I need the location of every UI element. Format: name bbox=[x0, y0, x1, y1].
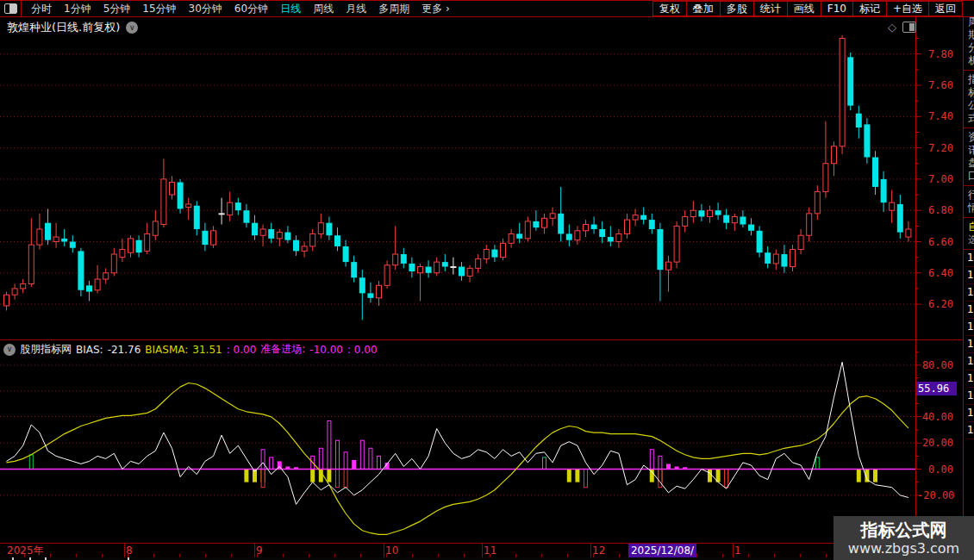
time-label-12: 12 bbox=[592, 544, 605, 557]
month-separator bbox=[124, 544, 125, 557]
menu-item-月线[interactable]: 月线 bbox=[340, 2, 372, 16]
window-layout-button[interactable] bbox=[0, 1, 22, 16]
biasma-extra-value: : 0.00 bbox=[227, 344, 257, 356]
indicator-plot[interactable] bbox=[0, 356, 915, 543]
toolbar-button-画线[interactable]: 画线 bbox=[787, 1, 821, 16]
toolbar-button-+自选[interactable]: +自选 bbox=[886, 1, 929, 16]
clipped-glyph: 讯 bbox=[968, 144, 974, 157]
entry-value: -10.00 bbox=[309, 344, 343, 356]
watchlist-number[interactable]: 1 bbox=[967, 388, 974, 405]
entry-label[interactable]: 准备进场: bbox=[260, 342, 305, 357]
toolbar-button-F10[interactable]: F10 bbox=[821, 1, 853, 16]
watchlist-number[interactable]: 1 bbox=[967, 250, 974, 267]
menu-item-30分钟[interactable]: 30分钟 bbox=[183, 2, 228, 16]
clipped-glyph: 公 bbox=[968, 99, 974, 112]
watchlist-number[interactable]: 1 bbox=[967, 370, 974, 388]
month-separator bbox=[733, 544, 734, 557]
menu-item-周线[interactable]: 周线 bbox=[307, 2, 340, 16]
biasma-label[interactable]: BIASMA: bbox=[145, 344, 188, 356]
toolbar-button-叠加[interactable]: 叠加 bbox=[686, 1, 721, 16]
panel-layout-icon[interactable] bbox=[902, 22, 916, 33]
watchlist-number[interactable]: 1 bbox=[967, 353, 974, 370]
clipped-glyph: 标 bbox=[968, 86, 974, 99]
toolbar-button-标记[interactable]: 标记 bbox=[852, 1, 887, 16]
clipped-glyph: 资 bbox=[968, 131, 974, 144]
month-separator bbox=[384, 544, 384, 557]
time-label-8: 8 bbox=[126, 544, 133, 557]
clipped-glyph: 周 bbox=[968, 16, 974, 28]
toolbar-buttons: 复权叠加多股统计画线F10标记+自选返回 bbox=[653, 1, 963, 16]
top-toolbar: 分时1分钟5分钟15分钟30分钟60分钟日线周线月线多周期更多 › 复权叠加多股… bbox=[0, 0, 974, 17]
month-separator bbox=[254, 544, 255, 557]
time-axis[interactable]: 2025年8910111212025/12/08/— bbox=[0, 543, 974, 558]
watchlist-sub-label: 选 bbox=[968, 233, 974, 246]
month-separator bbox=[482, 544, 483, 557]
bias-value: -21.76 bbox=[108, 344, 141, 356]
menu-item-60分钟[interactable]: 60分钟 bbox=[228, 2, 274, 16]
menu-item-更多 ›[interactable]: 更多 › bbox=[415, 2, 456, 16]
right-panel-section-3[interactable]: 行情 bbox=[964, 186, 974, 218]
menu-item-5分钟[interactable]: 5分钟 bbox=[97, 2, 137, 16]
month-separator bbox=[590, 544, 591, 557]
chevron-down-icon[interactable]: ∨ bbox=[126, 22, 138, 34]
bias-label[interactable]: BIAS: bbox=[76, 344, 103, 356]
right-panel-watchlist[interactable]: 自选 bbox=[964, 218, 974, 250]
period-menu: 分时1分钟5分钟15分钟30分钟60分钟日线周线月线多周期更多 › bbox=[22, 1, 456, 16]
time-label-11: 11 bbox=[484, 544, 496, 557]
watermark-title: 指标公式网 bbox=[861, 520, 947, 540]
time-label-9: 9 bbox=[256, 544, 263, 557]
menu-item-多周期[interactable]: 多周期 bbox=[372, 2, 415, 16]
watchlist-label: 自 bbox=[968, 221, 974, 233]
clipped-glyph: 分 bbox=[968, 41, 974, 54]
watermark-url: www.zbgs3.com bbox=[848, 540, 959, 557]
chart-corner-icons: ◇ bbox=[888, 22, 916, 33]
toolbar-button-返回[interactable]: 返回 bbox=[928, 1, 963, 16]
app-window: 分时1分钟5分钟15分钟30分钟60分钟日线周线月线多周期更多 › 复权叠加多股… bbox=[0, 0, 974, 560]
entry-extra-value: : 0.00 bbox=[347, 344, 378, 356]
time-label-1: 1 bbox=[734, 544, 741, 557]
toolbar-button-多股[interactable]: 多股 bbox=[720, 1, 754, 16]
watermark: 指标公式网 www.zbgs3.com bbox=[834, 516, 974, 560]
chart-title-row: 敦煌种业(日线.前复权) ∨ bbox=[7, 20, 138, 35]
clipped-glyph: 情 bbox=[968, 202, 974, 215]
toolbar-button-统计[interactable]: 统计 bbox=[753, 1, 788, 16]
clipped-glyph: 盘 bbox=[968, 157, 974, 170]
indicator-chevron-icon[interactable]: ∨ bbox=[3, 344, 16, 356]
time-label-10: 10 bbox=[385, 544, 398, 557]
right-side-panel-clipped[interactable]: 多周期分析指标公式资讯盘口行情自选11111111111 bbox=[963, 0, 974, 560]
clipped-glyph: 行 bbox=[968, 189, 974, 202]
main-chart-plot[interactable] bbox=[0, 36, 915, 338]
clipped-glyph: 析 bbox=[968, 54, 974, 67]
watchlist-number[interactable]: 1 bbox=[967, 319, 974, 336]
toolbar-button-复权[interactable]: 复权 bbox=[652, 1, 687, 16]
watchlist-number[interactable]: 1 bbox=[967, 422, 974, 439]
diamond-icon[interactable]: ◇ bbox=[888, 22, 896, 33]
window-layout-icon bbox=[4, 3, 17, 14]
selected-date-badge: 2025/12/08/— bbox=[628, 544, 696, 557]
biasma-value: 31.51 bbox=[192, 344, 222, 356]
watchlist-number[interactable]: 1 bbox=[967, 336, 974, 353]
menu-item-1分钟[interactable]: 1分钟 bbox=[58, 2, 97, 16]
chart-title: 敦煌种业(日线.前复权) bbox=[7, 20, 120, 35]
menu-item-分时[interactable]: 分时 bbox=[25, 2, 58, 16]
clipped-glyph: 期 bbox=[968, 28, 974, 41]
menu-item-日线[interactable]: 日线 bbox=[274, 2, 307, 16]
indicator-source: 股朋指标网 bbox=[20, 342, 72, 357]
right-panel-section-2[interactable]: 资讯盘口 bbox=[964, 128, 974, 186]
clipped-glyph: 口 bbox=[968, 170, 974, 183]
clipped-glyph: 指 bbox=[968, 73, 974, 86]
indicator-header: ∨ 股朋指标网 BIAS: -21.76 BIASMA: 31.51 : 0.0… bbox=[3, 342, 378, 357]
menu-item-15分钟[interactable]: 15分钟 bbox=[136, 2, 182, 16]
watchlist-number[interactable]: 1 bbox=[967, 284, 974, 302]
clipped-glyph: 式 bbox=[968, 112, 974, 125]
watchlist-number[interactable]: 1 bbox=[967, 302, 974, 319]
watchlist-number[interactable]: 1 bbox=[967, 267, 974, 284]
time-label-2025年: 2025年 bbox=[7, 544, 44, 557]
right-panel-section-1[interactable]: 指标公式 bbox=[964, 71, 974, 128]
watchlist-number[interactable]: 1 bbox=[967, 405, 974, 422]
